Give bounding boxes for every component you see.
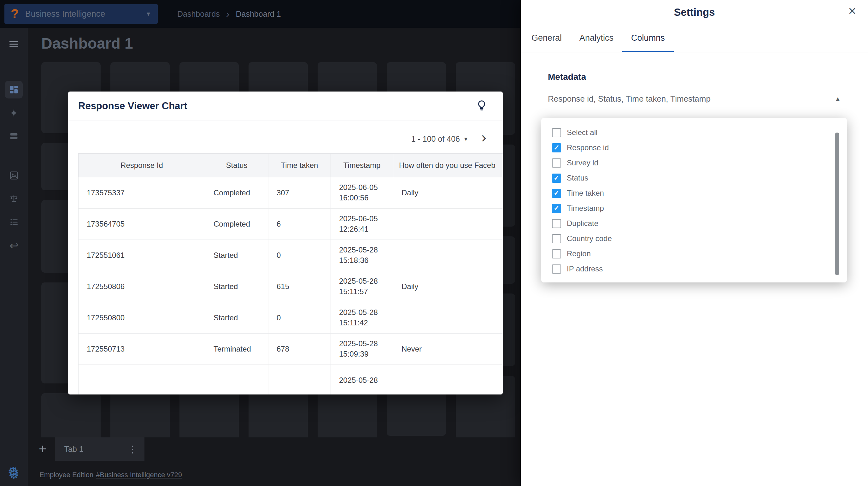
workspace-switcher[interactable]: ? Business Intelligence ▾ <box>4 4 158 24</box>
cell-timestamp: 2025-05-28 15:11:57 <box>331 271 393 302</box>
image-icon <box>9 171 19 180</box>
cell-status: Terminated <box>205 333 269 365</box>
cell-timestamp: 2025-05-28 15:18:36 <box>331 240 393 271</box>
cell-response-id: 172550713 <box>79 333 205 365</box>
undo-icon: ↩ <box>9 240 19 251</box>
checkbox[interactable]: ✓ <box>552 128 561 137</box>
table-row: 172550806 Started 615 2025-05-28 15:11:5… <box>79 271 503 302</box>
option-status[interactable]: ✓ Status <box>552 171 847 186</box>
column-header-question: How often do you use Faceb <box>393 153 503 177</box>
dashboard-grid-icon <box>9 85 19 95</box>
cell-timestamp: 2025-05-28 15:11:42 <box>331 302 393 333</box>
checkbox[interactable]: ✓ <box>552 234 561 243</box>
pagination-bar: 1 - 100 of 406 ▾ › <box>68 133 503 145</box>
cell-response-id <box>79 365 205 394</box>
cell-question <box>393 302 503 333</box>
checkbox[interactable]: ✓ <box>552 143 561 152</box>
sidebar-item-media[interactable] <box>5 166 23 184</box>
sidebar-item-widgets[interactable] <box>5 127 23 145</box>
version-link[interactable]: #Business Intelligence v729 <box>96 471 182 479</box>
dashboard-tile-skeleton <box>41 393 101 437</box>
dropdown-scrollbar[interactable] <box>835 132 839 275</box>
sidebar-item-ai[interactable] <box>5 104 23 122</box>
brand-logo-icon: ? <box>11 7 19 21</box>
cell-response-id: 173564705 <box>79 208 205 240</box>
option-label: Duplicate <box>567 219 598 228</box>
tab-general[interactable]: General <box>523 25 570 52</box>
columns-dropdown: ✓ Select all ✓ Response id ✓ Survey id ✓… <box>541 118 847 282</box>
settings-header: Settings × <box>521 0 868 25</box>
checkbox[interactable]: ✓ <box>552 158 561 168</box>
close-icon[interactable]: × <box>848 4 856 18</box>
breadcrumb: Dashboards › Dashboard 1 <box>177 9 281 19</box>
settings-gear-button[interactable]: ⚙ <box>7 465 19 478</box>
column-header-response-id: Response Id <box>79 153 205 177</box>
cell-time-taken: 678 <box>269 333 331 365</box>
option-duplicate[interactable]: ✓ Duplicate <box>552 216 847 231</box>
option-select-all[interactable]: ✓ Select all <box>552 125 847 140</box>
sidebar-item-compare[interactable] <box>5 190 23 208</box>
cell-status <box>205 365 269 394</box>
cell-timestamp: 2025-06-05 16:00:56 <box>331 177 393 208</box>
modal-header: Response Viewer Chart <box>68 92 503 121</box>
checkbox[interactable]: ✓ <box>552 219 561 228</box>
response-viewer-modal: Response Viewer Chart 1 - 100 of 406 ▾ ›… <box>68 92 503 394</box>
scales-icon <box>9 194 19 204</box>
table-row: 172550713 Terminated 678 2025-05-28 15:0… <box>79 333 503 365</box>
option-response-id[interactable]: ✓ Response id <box>552 140 847 155</box>
option-country-code[interactable]: ✓ Country code <box>552 231 847 246</box>
cell-response-id: 172550800 <box>79 302 205 333</box>
cell-question: Never <box>393 333 503 365</box>
menu-toggle-button[interactable] <box>5 35 23 53</box>
tab-columns[interactable]: Columns <box>622 25 674 52</box>
page-title: Dashboard 1 <box>41 35 133 52</box>
checkbox[interactable]: ✓ <box>552 204 561 213</box>
hint-button[interactable] <box>476 99 488 113</box>
cell-status: Started <box>205 302 269 333</box>
settings-tabs: General Analytics Columns <box>521 25 868 52</box>
checkbox[interactable]: ✓ <box>552 189 561 198</box>
modal-title: Response Viewer Chart <box>78 100 476 112</box>
check-icon: ✓ <box>554 205 559 212</box>
breadcrumb-dashboard-1[interactable]: Dashboard 1 <box>236 9 281 19</box>
tab-analytics[interactable]: Analytics <box>570 25 622 52</box>
option-ip-address[interactable]: ✓ IP address <box>552 261 847 276</box>
option-time-taken[interactable]: ✓ Time taken <box>552 186 847 201</box>
checkbox[interactable]: ✓ <box>552 174 561 183</box>
metadata-columns-select[interactable]: Response id, Status, Time taken, Timesta… <box>548 94 841 112</box>
cell-time-taken <box>269 365 331 394</box>
table-row-partial: 2025-05-28 <box>79 365 503 394</box>
option-timestamp[interactable]: ✓ Timestamp <box>552 201 847 216</box>
column-header-time-taken: Time taken <box>269 153 331 177</box>
select-value: Response id, Status, Time taken, Timesta… <box>548 94 711 104</box>
column-header-status: Status <box>205 153 269 177</box>
column-header-timestamp: Timestamp <box>331 153 393 177</box>
check-icon: ✓ <box>554 144 559 151</box>
sidebar-item-list[interactable] <box>5 213 23 231</box>
option-region[interactable]: ✓ Region <box>552 246 847 261</box>
kebab-menu-icon[interactable]: ⋮ <box>128 444 137 455</box>
option-survey-id[interactable]: ✓ Survey id <box>552 155 847 171</box>
app-root: ? Business Intelligence ▾ Dashboards › D… <box>0 0 868 486</box>
cell-question <box>393 208 503 240</box>
response-table: Response Id Status Time taken Timestamp … <box>78 153 503 394</box>
tab-label: Tab 1 <box>64 445 128 454</box>
cell-timestamp: 2025-06-05 12:26:41 <box>331 208 393 240</box>
checkbox[interactable]: ✓ <box>552 249 561 259</box>
add-tab-button[interactable]: + <box>39 443 47 456</box>
page-range-dropdown[interactable]: 1 - 100 of 406 ▾ <box>411 134 467 144</box>
breadcrumb-dashboards[interactable]: Dashboards <box>177 9 220 19</box>
sidebar-item-undo[interactable]: ↩ <box>5 237 23 254</box>
option-label: Country code <box>567 234 612 243</box>
table-row: 172551061 Started 0 2025-05-28 15:18:36 <box>79 240 503 271</box>
sidebar-item-dashboard[interactable] <box>5 81 23 98</box>
settings-body: Metadata Response id, Status, Time taken… <box>521 72 868 112</box>
response-table-container: Response Id Status Time taken Timestamp … <box>78 153 503 394</box>
option-label: Status <box>567 174 588 182</box>
gear-icon: ⚙ <box>7 464 19 479</box>
tab-tab-1[interactable]: Tab 1 ⋮ <box>55 437 145 461</box>
next-page-button[interactable]: › <box>481 133 486 145</box>
option-label: Region <box>567 249 591 258</box>
checkbox[interactable]: ✓ <box>552 265 561 274</box>
cell-timestamp: 2025-05-28 15:09:39 <box>331 333 393 365</box>
